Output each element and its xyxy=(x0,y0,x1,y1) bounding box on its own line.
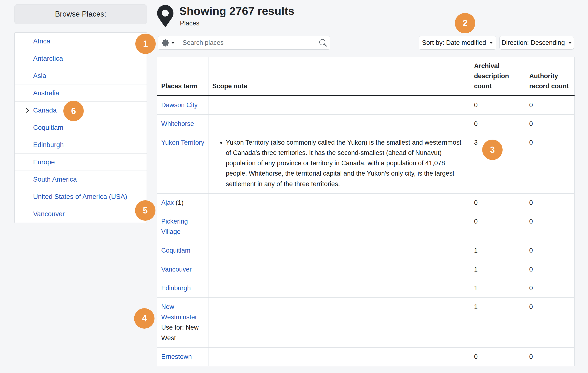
places-term-cell: Whitehorse xyxy=(157,114,209,133)
scope-note-cell: Yukon Territory (also commonly called th… xyxy=(209,133,470,193)
places-term-cell: New Westminster Use for: New West xyxy=(157,297,209,347)
place-link-south-america[interactable]: South America xyxy=(33,176,77,183)
place-link-europe[interactable]: Europe xyxy=(33,158,55,166)
place-link-antarctica[interactable]: Antarctica xyxy=(33,55,63,62)
authority-record-count-cell: 0 xyxy=(525,193,575,212)
sidebar-item-africa[interactable]: Africa xyxy=(15,33,147,50)
sidebar-item-australia[interactable]: Australia xyxy=(15,84,147,102)
table-row-new-westminster: New Westminster Use for: New West10 xyxy=(157,297,575,347)
places-results-table: Places term Scope note Archival descript… xyxy=(157,57,575,366)
sidebar-item-asia[interactable]: Asia xyxy=(15,67,147,84)
search-options-button[interactable] xyxy=(158,36,178,49)
authority-record-count-cell: 0 xyxy=(525,260,575,279)
table-row-yukon-territory: Yukon TerritoryYukon Territory (also com… xyxy=(157,133,575,193)
authority-record-count-cell: 0 xyxy=(525,279,575,297)
table-row-vancouver: Vancouver10 xyxy=(157,260,575,279)
search-submit-button[interactable] xyxy=(316,36,330,49)
place-term-link-pickering-village[interactable]: Pickering Village xyxy=(161,218,188,235)
place-term-link-new-westminster[interactable]: New Westminster xyxy=(161,303,197,321)
scope-note-cell xyxy=(209,114,470,133)
places-term-cell: Edinburgh xyxy=(157,279,209,297)
page: Browse Places: AfricaAntarcticaAsiaAustr… xyxy=(0,0,588,373)
authority-record-count-cell: 0 xyxy=(525,212,575,241)
authority-record-count-cell: 0 xyxy=(525,241,575,260)
places-term-cell: Ernestown xyxy=(157,347,209,366)
archival-description-count-cell: 0 xyxy=(470,193,525,212)
archival-description-count-cell: 1 xyxy=(470,279,525,297)
table-header-row: Places term Scope note Archival descript… xyxy=(157,57,575,96)
places-term-cell: Yukon Territory xyxy=(157,133,209,193)
scope-note-cell xyxy=(209,212,470,241)
archival-description-count-cell: 1 xyxy=(470,260,525,279)
use-for-note: Use for: New West xyxy=(161,324,199,341)
sidebar-item-europe[interactable]: Europe xyxy=(15,154,147,171)
authority-record-count-cell: 0 xyxy=(525,114,575,133)
scope-note-cell xyxy=(209,241,470,260)
place-link-vancouver[interactable]: Vancouver xyxy=(33,210,65,218)
scope-note-list: Yukon Territory (also commonly called th… xyxy=(212,137,466,189)
table-row-ajax: Ajax (1)00 xyxy=(157,193,575,212)
place-term-link-vancouver[interactable]: Vancouver xyxy=(161,266,192,273)
sidebar-item-united-states-of-america-usa[interactable]: United States of America (USA) xyxy=(15,188,147,205)
annotation-badge-2: 2 xyxy=(455,13,475,33)
sidebar-item-south-america[interactable]: South America xyxy=(15,171,147,188)
map-pin-icon xyxy=(157,5,173,27)
table-row-coquitlam: Coquitlam10 xyxy=(157,241,575,260)
place-term-link-edinburgh[interactable]: Edinburgh xyxy=(161,284,191,292)
place-term-link-dawson-city[interactable]: Dawson City xyxy=(161,102,198,109)
browse-places-header: Browse Places: xyxy=(14,4,147,24)
scope-note-cell xyxy=(209,297,470,347)
direction-dropdown[interactable]: Direction: Descending xyxy=(499,36,574,50)
place-link-asia[interactable]: Asia xyxy=(33,72,46,80)
sidebar-item-coquitlam[interactable]: Coquitlam xyxy=(15,119,147,136)
authority-record-count-cell: 0 xyxy=(525,95,575,114)
sidebar-item-edinburgh[interactable]: Edinburgh xyxy=(15,136,147,154)
place-link-edinburgh[interactable]: Edinburgh xyxy=(33,141,64,149)
chevron-right-icon[interactable] xyxy=(25,107,31,113)
scope-note-cell xyxy=(209,95,470,114)
sort-by-dropdown[interactable]: Sort by: Date modified xyxy=(419,36,496,50)
scope-note-cell xyxy=(209,347,470,366)
authority-record-count-cell: 0 xyxy=(525,347,575,366)
place-link-canada[interactable]: Canada xyxy=(33,106,57,114)
places-term-cell: Ajax (1) xyxy=(157,193,209,212)
place-link-africa[interactable]: Africa xyxy=(33,37,50,45)
place-link-united-states-of-america-usa[interactable]: United States of America (USA) xyxy=(33,193,127,200)
scope-note-cell xyxy=(209,193,470,212)
scope-note-text: Yukon Territory (also commonly called th… xyxy=(226,137,466,189)
column-header-authority-record-count: Authority record count xyxy=(525,57,575,96)
chevron-down-icon xyxy=(171,42,175,44)
page-subtitle: Places xyxy=(180,20,199,27)
places-sidebar-list: AfricaAntarcticaAsiaAustraliaCanadaCoqui… xyxy=(14,32,147,223)
sidebar-item-vancouver[interactable]: Vancouver xyxy=(15,205,147,223)
search-input[interactable] xyxy=(178,36,316,49)
term-suffix: (1) xyxy=(174,199,184,206)
place-term-link-ajax[interactable]: Ajax xyxy=(161,199,174,206)
gear-icon xyxy=(162,39,169,47)
table-row-dawson-city: Dawson City00 xyxy=(157,95,575,114)
place-link-coquitlam[interactable]: Coquitlam xyxy=(33,124,63,131)
table-row-pickering-village: Pickering Village00 xyxy=(157,212,575,241)
scope-note-cell xyxy=(209,279,470,297)
chevron-down-icon xyxy=(568,42,572,44)
table-row-whitehorse: Whitehorse00 xyxy=(157,114,575,133)
place-term-link-yukon-territory[interactable]: Yukon Territory xyxy=(161,139,204,146)
place-term-link-whitehorse[interactable]: Whitehorse xyxy=(161,120,194,127)
place-term-link-coquitlam[interactable]: Coquitlam xyxy=(161,247,190,254)
chevron-down-icon xyxy=(489,42,493,44)
table-row-edinburgh: Edinburgh10 xyxy=(157,279,575,297)
page-title: Showing 2767 results xyxy=(179,4,294,18)
archival-description-count-cell: 1 xyxy=(470,297,525,347)
archival-description-count-cell: 1 xyxy=(470,241,525,260)
place-link-australia[interactable]: Australia xyxy=(33,89,59,97)
table-row-ernestown: Ernestown00 xyxy=(157,347,575,366)
archival-description-count-cell: 0 xyxy=(470,95,525,114)
place-term-link-ernestown[interactable]: Ernestown xyxy=(161,353,192,360)
archival-description-count-cell: 0 xyxy=(470,114,525,133)
sort-by-label: Sort by: Date modified xyxy=(422,39,486,47)
places-term-cell: Coquitlam xyxy=(157,241,209,260)
annotation-badge-6: 6 xyxy=(63,101,84,121)
authority-record-count-cell: 0 xyxy=(525,133,575,193)
sidebar-item-antarctica[interactable]: Antarctica xyxy=(15,50,147,67)
direction-label: Direction: Descending xyxy=(501,39,565,47)
